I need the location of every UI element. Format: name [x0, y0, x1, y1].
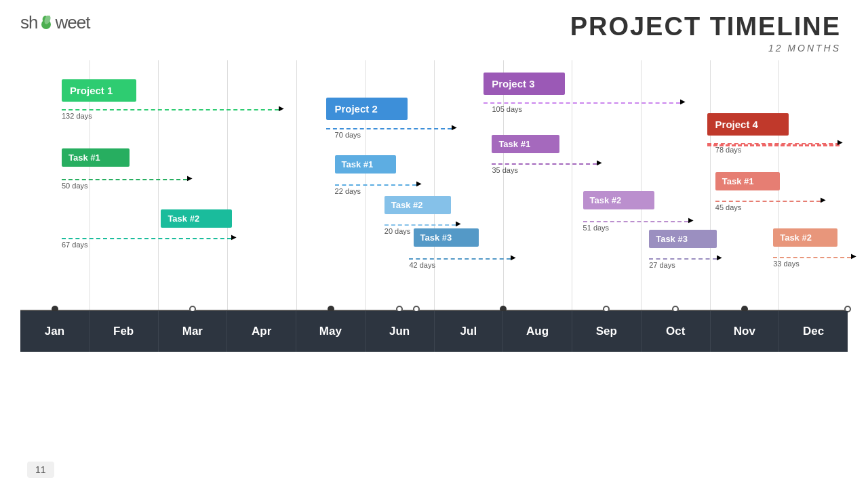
p2-task1-box: Task #1	[335, 155, 396, 174]
month-aug: Aug	[503, 311, 572, 352]
grid-line-jun	[434, 60, 435, 311]
month-apr: Apr	[227, 311, 296, 352]
p4-task1-arrow	[715, 201, 821, 202]
grid-line-feb	[158, 60, 159, 311]
p1-task1-box: Task #1	[62, 148, 130, 167]
p1-task2-box: Task #2	[161, 209, 232, 228]
project1-box: Project 1	[62, 79, 136, 102]
grid-line-aug	[572, 60, 572, 311]
p4-task2-arrow	[773, 257, 851, 258]
p3-task2-arrow	[583, 221, 688, 222]
month-feb: Feb	[90, 311, 159, 352]
month-nov: Nov	[711, 311, 780, 352]
page-subtitle: 12 Months	[570, 43, 841, 54]
logo-icon	[39, 16, 54, 30]
project2-days: 70 days	[335, 131, 361, 139]
page-title: Project Timeline	[570, 12, 841, 41]
p2-task1-arrow	[335, 184, 416, 186]
grid-line-sep	[641, 60, 642, 311]
month-sep: Sep	[572, 311, 642, 352]
timeline-area: Project 1 132 days Task #1 50 days Task …	[20, 60, 848, 352]
p4-task1-days: 45 days	[715, 203, 742, 211]
p1-task2-arrow	[62, 238, 231, 239]
title-block: Project Timeline 12 Months	[570, 12, 841, 54]
p4-task2-box: Task #2	[773, 228, 837, 247]
month-dec: Dec	[779, 311, 848, 352]
project2-arrow	[326, 128, 452, 129]
month-bar: Jan Feb Mar Apr May Jun Jul Aug Sep Oct …	[20, 311, 848, 352]
grid-line-mar	[227, 60, 228, 311]
p2-task2-arrow	[384, 224, 456, 226]
page-number: 11	[27, 462, 54, 478]
month-mar: Mar	[159, 311, 228, 352]
p1-task1-arrow	[62, 179, 187, 180]
project3-arrow	[484, 102, 680, 104]
grid-line-apr	[296, 60, 297, 311]
p3-task1-days: 35 days	[492, 166, 518, 174]
project1-days: 132 days	[62, 112, 92, 120]
p3-task3-arrow	[649, 258, 717, 260]
p3-task2-box: Task #2	[583, 191, 654, 209]
p3-task2-days: 51 days	[583, 224, 610, 232]
p3-task3-box: Task #3	[649, 230, 717, 248]
p1-task2-days: 67 days	[62, 241, 88, 249]
p2-task3-box: Task #3	[414, 228, 479, 247]
month-jul: Jul	[435, 311, 504, 352]
grid-line-oct	[710, 60, 711, 311]
p3-task1-box: Task #1	[492, 135, 559, 153]
project4-days: 78 days	[715, 146, 742, 154]
logo-text-before: sh	[20, 12, 37, 33]
project4-box: Project 4	[707, 113, 789, 136]
p4-task2-days: 33 days	[773, 260, 800, 268]
project3-days: 105 days	[492, 105, 522, 113]
logo-text-after: weet	[55, 12, 90, 33]
project2-box: Project 2	[326, 98, 408, 120]
p3-task3-days: 27 days	[649, 261, 675, 269]
logo: sh weet	[20, 12, 90, 33]
p3-task1-arrow	[492, 163, 597, 165]
month-jun: Jun	[366, 311, 435, 352]
p2-task2-days: 20 days	[384, 227, 411, 235]
month-jan: Jan	[20, 311, 90, 352]
month-may: May	[296, 311, 366, 352]
p2-task1-days: 22 days	[335, 187, 361, 195]
header: sh weet Project Timeline 12 Months	[0, 0, 868, 54]
p4-task1-box: Task #1	[715, 172, 780, 190]
p2-task2-box: Task #2	[384, 196, 451, 214]
project3-box: Project 3	[484, 73, 565, 95]
project1-arrow	[62, 109, 279, 110]
p2-task3-arrow	[409, 258, 511, 260]
grid-line-jul	[503, 60, 504, 311]
p2-task3-days: 42 days	[409, 261, 435, 269]
month-oct: Oct	[642, 311, 711, 352]
p1-task1-days: 50 days	[62, 182, 88, 190]
